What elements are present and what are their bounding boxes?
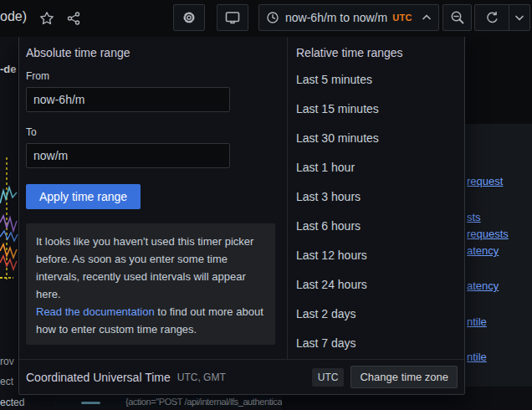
- refresh-button-group: [474, 4, 530, 31]
- zoom-out-icon: [450, 10, 465, 25]
- bg-row-fragment: ected: [0, 397, 24, 408]
- timezone-footer: Coordinated Universal Time UTC, GMT UTC …: [19, 359, 464, 394]
- chevron-down-icon[interactable]: [509, 13, 529, 23]
- from-input[interactable]: [26, 87, 230, 112]
- absolute-section-title: Absolute time range: [26, 46, 130, 59]
- bg-panel-title-fragment: -de: [0, 63, 17, 75]
- share-icon[interactable]: [65, 10, 82, 27]
- legend-link[interactable]: requests: [467, 228, 509, 240]
- time-picker-dropdown: Absolute time range From To Apply time r…: [18, 37, 465, 395]
- bg-row-fragment: rov: [0, 356, 14, 367]
- relative-range-option[interactable]: Last 1 hour: [288, 153, 465, 182]
- dashboard-toolbar: ode): [0, 0, 532, 37]
- relative-section-title: Relative time ranges: [296, 46, 403, 59]
- monitor-icon: [224, 10, 241, 25]
- timezone-name: Coordinated Universal Time: [26, 371, 171, 384]
- relative-range-option[interactable]: Last 5 minutes: [288, 65, 465, 95]
- relative-range-option[interactable]: Last 15 minutes: [288, 95, 465, 124]
- to-input[interactable]: [26, 143, 230, 168]
- relative-range-option[interactable]: Last 3 hours: [288, 182, 465, 212]
- relative-range-option[interactable]: Last 30 minutes: [288, 124, 465, 153]
- relative-range-option[interactable]: Last 24 hours: [288, 270, 465, 300]
- legend-link[interactable]: ntile: [467, 351, 487, 363]
- timezone-detail: UTC, GMT: [177, 372, 226, 383]
- absolute-time-range-section: Absolute time range From To Apply time r…: [19, 37, 287, 359]
- chevron-up-icon: [422, 13, 432, 23]
- recent-ranges-info-box: It looks like you haven't used this time…: [26, 223, 275, 345]
- star-icon[interactable]: [38, 10, 55, 27]
- mini-timeseries-chart: [0, 157, 18, 283]
- legend-link[interactable]: ntile: [467, 315, 487, 328]
- apply-time-range-button[interactable]: Apply time range: [26, 184, 141, 209]
- cycle-view-mode-button[interactable]: [217, 4, 248, 31]
- zoom-out-time-button[interactable]: [442, 4, 472, 31]
- refresh-icon[interactable]: [475, 11, 509, 25]
- bg-row-fragment: ect: [0, 376, 13, 387]
- bg-empty-area: [465, 37, 532, 124]
- info-line: Read the documentation to find out more …: [36, 303, 265, 338]
- time-range-label: now-6h/m to now/m: [285, 11, 387, 24]
- relative-range-list: Last 5 minutes Last 15 minutes Last 30 m…: [288, 65, 465, 358]
- legend-series-label[interactable]: {action="POST /api/internal/lfs_authenti…: [125, 397, 282, 407]
- to-label: To: [26, 126, 37, 138]
- legend-link[interactable]: atency: [467, 244, 499, 257]
- relative-range-option[interactable]: Last 2 days: [288, 300, 465, 329]
- dashboard-title-fragment: ode): [0, 9, 27, 24]
- legend-link[interactable]: request: [467, 175, 503, 187]
- from-label: From: [26, 70, 49, 82]
- info-text: It looks like you haven't used this time…: [36, 233, 265, 303]
- timezone-badge: UTC: [312, 368, 345, 387]
- dashboard-settings-button[interactable]: [173, 4, 205, 31]
- relative-range-option[interactable]: Last 12 hours: [288, 241, 465, 270]
- relative-range-option[interactable]: Last 6 hours: [288, 212, 465, 241]
- relative-range-option[interactable]: Last 7 days: [288, 329, 465, 358]
- change-timezone-button[interactable]: Change time zone: [350, 366, 458, 388]
- legend-link[interactable]: sts: [467, 211, 481, 223]
- time-range-picker-button[interactable]: now-6h/m to now/m UTC: [258, 4, 439, 31]
- grafana-screen: -de rov ect ected request sts requests a…: [0, 0, 532, 410]
- relative-time-ranges-section: Relative time ranges Last 5 minutes Last…: [287, 37, 465, 359]
- legend-link[interactable]: atency: [467, 279, 499, 292]
- series-color-dash: [81, 402, 100, 404]
- bg-legend-panel-right: request sts requests atency atency ntile…: [465, 124, 532, 387]
- bg-legend-row: {action="POST /api/internal/lfs_authenti…: [54, 395, 282, 410]
- time-zone-label: UTC: [392, 13, 412, 23]
- read-documentation-link[interactable]: Read the documentation: [36, 305, 155, 318]
- clock-icon: [266, 11, 279, 24]
- gear-icon: [182, 10, 197, 25]
